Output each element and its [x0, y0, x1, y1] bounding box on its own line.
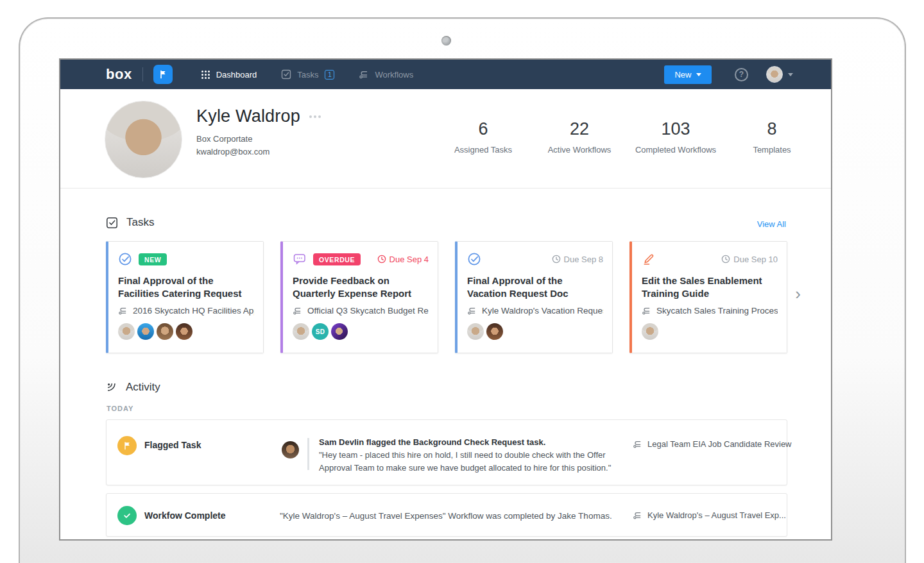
navbar-right-group: New ?	[664, 65, 793, 84]
assignee-avatars: SD	[293, 323, 429, 340]
navbar-divider	[142, 67, 143, 81]
workflow-icon	[359, 69, 369, 80]
check-circle-icon	[467, 252, 481, 266]
stat-label: Templates	[724, 145, 820, 155]
workflow-icon	[118, 306, 128, 315]
device-frame: box Dashboard	[19, 17, 906, 563]
stat-completed-workflows: 103 Completed Workflows	[628, 119, 724, 155]
assignee-avatars	[467, 323, 603, 340]
activity-workflow-link[interactable]: Legal Team EIA Job Candidate Review	[633, 439, 792, 449]
task-card[interactable]: OVERDUE Due Sep 4 Provide Feedback on Qu…	[280, 241, 438, 353]
avatar[interactable]	[486, 323, 503, 340]
new-button-label: New	[674, 70, 691, 80]
checkbox-icon	[281, 69, 291, 80]
quote-divider	[307, 438, 309, 470]
activity-type-label: Workfow Complete	[144, 510, 226, 521]
stat-value: 22	[531, 119, 628, 139]
avatar[interactable]	[766, 66, 783, 83]
stat-active-workflows: 22 Active Workflows	[531, 119, 628, 155]
chevron-down-icon	[696, 73, 701, 76]
workflow-icon	[633, 439, 642, 449]
profile-info: Kyle Waldrop Box Corportate kwaldrop@box…	[196, 106, 321, 156]
assignee-avatars	[642, 323, 778, 340]
app-window: box Dashboard	[59, 58, 832, 541]
activity-item-workflow-complete[interactable]: Workfow Complete "Kyle Waldrop's – Augus…	[106, 493, 787, 537]
profile-header: Kyle Waldrop Box Corportate kwaldrop@box…	[60, 89, 831, 189]
task-card[interactable]: Due Sep 8 Final Approval of the Vacation…	[455, 241, 613, 353]
task-workflow-name: Official Q3 Skycatch Budget Report	[307, 306, 429, 315]
avatar[interactable]	[118, 323, 135, 340]
profile-name: Kyle Waldrop	[196, 106, 300, 126]
pencil-icon	[642, 252, 656, 266]
stat-value: 8	[724, 119, 820, 139]
due-date: Due Sep 8	[552, 255, 603, 264]
activity-section-title: Activity	[126, 381, 160, 394]
tab-dashboard[interactable]: Dashboard	[201, 70, 257, 80]
profile-email: kwaldrop@box.com	[196, 147, 321, 156]
camera-dot	[441, 36, 451, 46]
box-logo: box	[106, 67, 132, 81]
more-options-icon[interactable]	[309, 113, 321, 121]
task-card[interactable]: NEW Final Approval of the Facilities Cat…	[106, 241, 264, 353]
tasks-section-title: Tasks	[126, 216, 154, 229]
task-workflow-name: Skycatch Sales Training Process	[656, 306, 778, 315]
task-title: Edit the Sales Enablement Training Guide	[642, 274, 778, 300]
due-date: Due Sep 10	[721, 255, 778, 264]
activity-message: Sam Devlin flagged the Background Check …	[319, 436, 628, 475]
avatar[interactable]	[282, 441, 299, 458]
tasks-section-header: Tasks	[106, 216, 154, 229]
avatar[interactable]	[331, 323, 348, 340]
tasks-count-badge: 1	[325, 70, 334, 80]
avatar-initials[interactable]: SD	[312, 323, 329, 340]
avatar[interactable]	[137, 323, 154, 340]
tab-dashboard-label: Dashboard	[216, 70, 257, 80]
comment-bubble-icon	[293, 252, 307, 266]
tab-tasks[interactable]: Tasks 1	[281, 69, 334, 80]
activity-section-header: Activity	[106, 381, 160, 394]
grid-icon	[201, 70, 210, 80]
task-workflow-name: 2016 Skycatch HQ Facilities Appr...	[133, 306, 254, 315]
help-icon[interactable]: ?	[735, 68, 748, 81]
stat-templates: 8 Templates	[724, 119, 820, 155]
task-title: Final Approval of the Facilities Caterin…	[118, 274, 254, 300]
primary-nav: Dashboard Tasks 1 Workflo	[201, 69, 414, 80]
task-title: Final Approval of the Vacation Request D…	[467, 274, 603, 300]
chevron-down-icon[interactable]	[788, 73, 793, 76]
clock-icon	[377, 255, 386, 264]
carousel-next-icon[interactable]: ›	[795, 285, 801, 302]
view-all-link[interactable]: View All	[757, 219, 786, 229]
top-navbar: box Dashboard	[60, 60, 831, 89]
stat-value: 103	[628, 119, 724, 139]
task-card[interactable]: Due Sep 10 Edit the Sales Enablement Tra…	[629, 241, 787, 353]
clock-icon	[552, 255, 561, 264]
profile-company: Box Corportate	[196, 134, 321, 144]
stat-label: Completed Workflows	[628, 145, 724, 155]
stat-assigned-tasks: 6 Assigned Tasks	[435, 119, 531, 155]
assignee-avatars	[118, 323, 254, 340]
activity-workflow-link[interactable]: Kyle Waldrop's – August Travel Exp...	[633, 510, 786, 520]
avatar[interactable]	[176, 323, 193, 340]
clock-icon	[721, 255, 730, 264]
stat-label: Active Workflows	[531, 145, 628, 155]
check-circle-icon	[118, 252, 132, 266]
task-workflow-name: Kyle Waldrop's Vacation Request	[482, 306, 603, 315]
stat-label: Assigned Tasks	[435, 145, 531, 155]
tab-workflows[interactable]: Workflows	[359, 69, 413, 80]
avatar[interactable]	[642, 323, 658, 340]
activity-item-flagged-task[interactable]: Flagged Task Sam Devlin flagged the Back…	[106, 419, 787, 485]
new-button[interactable]: New	[664, 65, 712, 84]
relay-flag-logo-icon[interactable]	[153, 65, 173, 84]
workflow-icon	[293, 306, 302, 315]
activity-message: "Kyle Waldrop's – August Travel Expenses…	[280, 511, 612, 521]
due-date: Due Sep 4	[377, 255, 429, 264]
tab-tasks-label: Tasks	[297, 70, 318, 80]
task-title: Provide Feedback on Quarterly Expense Re…	[293, 274, 429, 300]
activity-feed-icon	[106, 382, 117, 393]
check-icon	[117, 506, 137, 525]
profile-avatar	[105, 101, 182, 178]
status-badge: NEW	[139, 253, 167, 265]
avatar[interactable]	[157, 323, 173, 340]
avatar[interactable]	[293, 323, 309, 340]
profile-stats: 6 Assigned Tasks 22 Active Workflows 103…	[435, 119, 820, 155]
avatar[interactable]	[467, 323, 484, 340]
